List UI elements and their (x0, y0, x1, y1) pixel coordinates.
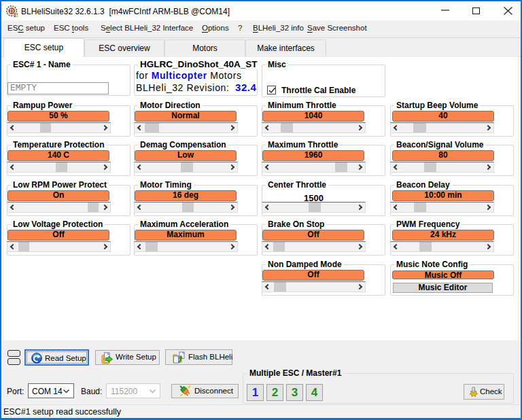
svg-text:D: D (10, 7, 14, 14)
